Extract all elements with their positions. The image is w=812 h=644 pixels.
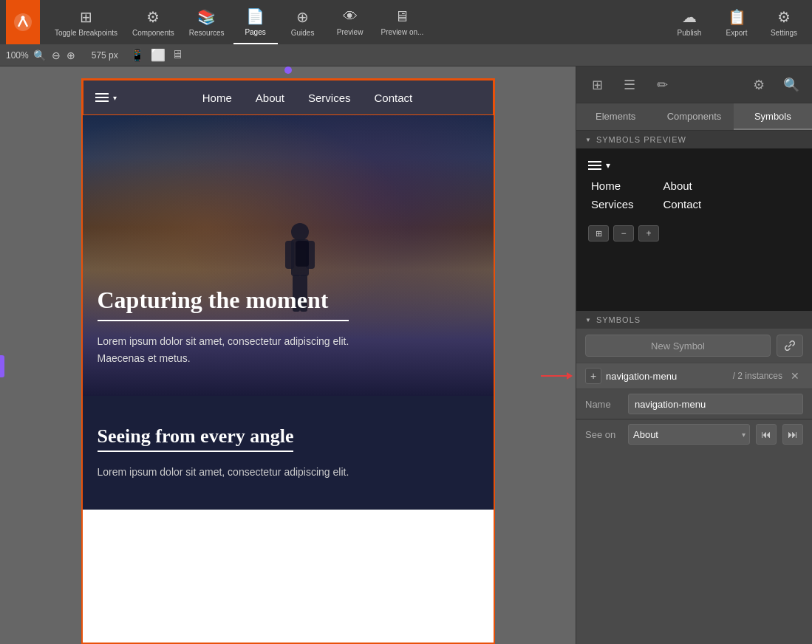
- resources-icon: 📚: [197, 8, 216, 26]
- preview-hamburger-row: ▾: [588, 160, 610, 171]
- symbols-preview-header: ▼ SYMBOLS PREVIEW: [576, 131, 812, 148]
- preview-grid-btn[interactable]: ⊞: [588, 225, 609, 242]
- panel-brush-icon[interactable]: ✏: [647, 70, 677, 100]
- preview-controls: ⊞ − +: [588, 225, 659, 242]
- export-icon: 📋: [728, 8, 746, 26]
- toolbar-settings-btn[interactable]: ⚙ Settings: [762, 0, 806, 44]
- svg-point-2: [291, 223, 309, 241]
- hamburger-menu[interactable]: ▾: [95, 93, 117, 102]
- symbol-close-btn[interactable]: ✕: [787, 368, 803, 384]
- arrow-indicator: [541, 372, 573, 380]
- new-symbol-input[interactable]: New Symbol: [585, 335, 771, 357]
- zoom-reset-btn[interactable]: ⊖: [50, 49, 62, 61]
- see-on-prev-btn[interactable]: ⏮: [756, 424, 777, 445]
- toolbar-pages[interactable]: 📄 Pages: [233, 0, 278, 44]
- symbol-detail-name-row: Name: [576, 388, 812, 419]
- canvas-size-display: 575 px: [92, 50, 118, 61]
- panel-settings-icon[interactable]: ⚙: [744, 70, 774, 100]
- toolbar-guides[interactable]: ⊕ Guides: [281, 0, 325, 44]
- symbol-instances: / 2 instances: [733, 371, 782, 381]
- new-symbol-row: New Symbol: [576, 329, 812, 363]
- see-on-next-btn[interactable]: ⏭: [782, 424, 803, 445]
- panel-tabs: Elements Components Symbols: [576, 103, 812, 131]
- tab-components[interactable]: Components: [655, 103, 733, 130]
- desktop-icon[interactable]: 🖥: [171, 48, 183, 62]
- canvas-left-indicator: [0, 355, 4, 377]
- link-icon: [784, 340, 796, 352]
- preview-nav-links: Home About Services Contact: [588, 179, 706, 210]
- mobile-landscape-icon[interactable]: ⬜: [151, 48, 166, 62]
- right-panel: ⊞ ☰ ✏ ⚙ 🔍 Elements Components Symbols ▼ …: [576, 66, 812, 644]
- symbol-name-input[interactable]: [628, 394, 803, 414]
- toggle-breakpoints-icon: ⊞: [80, 8, 92, 26]
- app-logo[interactable]: [6, 0, 40, 44]
- toolbar-toggle-breakpoints[interactable]: ⊞ Toggle Breakpoints: [49, 0, 123, 44]
- nav-about[interactable]: About: [256, 92, 284, 104]
- preview-dropdown-arrow: ▾: [606, 160, 610, 171]
- symbols-list-header: ▼ SYMBOLS: [576, 311, 812, 329]
- symbols-preview-area: ▾ Home About Services Contact ⊞ − +: [576, 148, 812, 311]
- hero-body: Lorem ipsum dolor sit amet, consectetur …: [98, 333, 349, 366]
- scroll-indicator: [284, 66, 292, 74]
- toolbar-components[interactable]: ⚙ Components: [126, 0, 180, 44]
- toolbar-preview-on[interactable]: 🖥 Preview on...: [375, 0, 430, 44]
- tab-symbols[interactable]: Symbols: [734, 103, 812, 130]
- panel-layout-icon[interactable]: ⊞: [582, 70, 612, 100]
- panel-list-icon[interactable]: ☰: [615, 70, 644, 100]
- main-area: ▾ Home About Services Contact: [0, 66, 812, 644]
- preview-nav-home: Home: [591, 179, 634, 192]
- guides-icon: ⊕: [296, 8, 309, 26]
- mobile-portrait-icon[interactable]: 📱: [130, 48, 145, 62]
- preview-nav-services: Services: [591, 198, 634, 210]
- name-label: Name: [585, 399, 622, 410]
- panel-search-icon[interactable]: 🔍: [777, 70, 806, 100]
- symbols-collapse-triangle[interactable]: ▼: [585, 317, 592, 323]
- hero-content: Capturing the moment Lorem ipsum dolor s…: [98, 287, 349, 366]
- toolbar-publish-btn[interactable]: ☁ Publish: [667, 0, 712, 44]
- nav-home[interactable]: Home: [202, 92, 232, 104]
- toolbar-resources[interactable]: 📚 Resources: [183, 0, 231, 44]
- preview-nav-about: About: [663, 179, 706, 192]
- preview-icon: 👁: [343, 8, 358, 25]
- toolbar-preview[interactable]: 👁 Preview: [328, 0, 372, 44]
- pages-icon: 📄: [246, 7, 265, 25]
- canvas-hero-section: Capturing the moment Lorem ipsum dolor s…: [83, 115, 494, 396]
- symbol-expand-btn[interactable]: +: [585, 368, 601, 384]
- zoom-percent: 100%: [6, 50, 29, 61]
- preview-nav-contact: Contact: [663, 198, 706, 210]
- canvas-navigation[interactable]: ▾ Home About Services Contact: [83, 80, 494, 115]
- preview-minus-btn[interactable]: −: [613, 225, 634, 242]
- symbol-name: navigation-menu: [606, 371, 729, 382]
- panel-icon-row: ⊞ ☰ ✏ ⚙ 🔍: [576, 66, 812, 103]
- canvas-second-section: Seeing from every angle Lorem ipsum dolo…: [83, 396, 494, 510]
- nav-links: Home About Services Contact: [134, 92, 481, 104]
- nav-contact[interactable]: Contact: [375, 92, 413, 104]
- tab-elements[interactable]: Elements: [576, 103, 655, 130]
- see-on-label: See on: [585, 429, 622, 440]
- device-icons: 📱 ⬜ 🖥: [130, 48, 183, 62]
- canvas-area: ▾ Home About Services Contact: [0, 66, 576, 644]
- components-icon: ⚙: [146, 8, 160, 26]
- hero-title: Capturing the moment: [98, 287, 349, 321]
- preview-plus-btn[interactable]: +: [638, 225, 659, 242]
- toolbar-export-btn[interactable]: 📋 Export: [714, 0, 759, 44]
- preview-hamburger-btn[interactable]: [588, 161, 601, 170]
- zoom-out-btn[interactable]: 🔍: [32, 49, 47, 61]
- zoom-in-btn[interactable]: ⊕: [65, 49, 77, 61]
- svg-rect-4: [285, 241, 294, 269]
- symbol-item-row: + navigation-menu / 2 instances ✕: [576, 363, 812, 388]
- zoom-controls: 100% 🔍 ⊖ ⊕: [6, 49, 77, 61]
- svg-rect-8: [296, 241, 309, 267]
- preview-collapse-triangle[interactable]: ▼: [585, 137, 592, 143]
- publish-icon: ☁: [682, 8, 697, 26]
- nav-services[interactable]: Services: [308, 92, 351, 104]
- svg-point-1: [21, 16, 25, 20]
- second-bar: 100% 🔍 ⊖ ⊕ 575 px 📱 ⬜ 🖥: [0, 44, 812, 66]
- second-section-body: Lorem ipsum dolor sit amet, consectetur …: [98, 464, 479, 480]
- top-toolbar: ⊞ Toggle Breakpoints ⚙ Components 📚 Reso…: [0, 0, 812, 44]
- preview-on-icon: 🖥: [395, 8, 409, 25]
- settings-icon: ⚙: [777, 8, 791, 26]
- link-symbol-btn[interactable]: [777, 335, 803, 357]
- see-on-select-wrapper: About Home Services Contact ▾: [628, 424, 750, 445]
- see-on-select[interactable]: About Home Services Contact: [628, 424, 750, 445]
